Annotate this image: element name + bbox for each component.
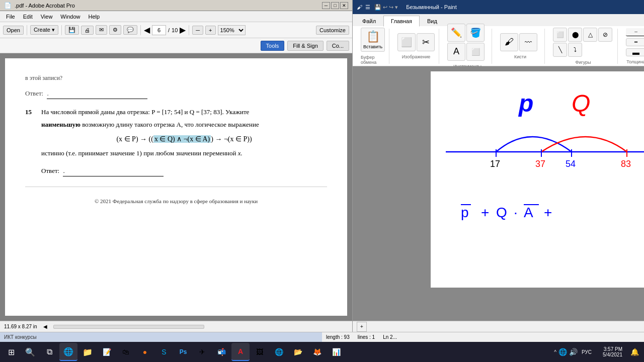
paint-canvas[interactable]: p Q 17: [431, 71, 645, 288]
pdf-comment-button[interactable]: 💬: [123, 25, 137, 35]
pdf-zoom-out-button[interactable]: ─: [192, 26, 203, 35]
image-crop-button[interactable]: ✂: [417, 33, 435, 51]
pdf-menu-window[interactable]: Window: [56, 13, 84, 21]
image-icon: ⬜: [401, 37, 412, 48]
taskbar-skype[interactable]: S: [155, 343, 173, 361]
pdf-print-button[interactable]: 🖨: [81, 26, 94, 35]
shape-1-button[interactable]: ⬜: [553, 28, 567, 42]
taskbar-stock[interactable]: 📊: [327, 343, 345, 361]
taskbar-store[interactable]: 🛍: [117, 343, 135, 361]
brush-2-button[interactable]: 〰: [519, 33, 537, 51]
taskbar-explorer[interactable]: 📁: [78, 343, 97, 361]
tab-file[interactable]: Файл: [355, 16, 383, 26]
tray-volume[interactable]: 🔊: [569, 348, 578, 356]
formula-prefix: (x ∈ P) → ((: [116, 135, 153, 143]
eraser-button[interactable]: ⬜: [466, 43, 485, 61]
pdf-close-button[interactable]: ✕: [340, 2, 348, 9]
brush-1-button[interactable]: 🖌: [500, 33, 518, 51]
pdf-save-button[interactable]: 💾: [65, 25, 79, 35]
svg-text:83: 83: [621, 159, 631, 169]
question-p1: На числовой прямой даны два отрезка: P =…: [41, 107, 327, 117]
pdf-tools-button[interactable]: Tools: [261, 41, 285, 51]
pdf-fill-sign-button[interactable]: Fill & Sign: [287, 41, 324, 51]
explorer-icon: 📁: [83, 347, 93, 357]
toolbar-sep-3: [140, 25, 141, 35]
shape-6-button[interactable]: ⤵: [568, 43, 582, 57]
thickness-2-button[interactable]: ━: [626, 38, 644, 46]
toolbar-sep-4: [189, 25, 189, 35]
shape-4-button[interactable]: ⊘: [598, 28, 612, 42]
task-view-button[interactable]: ⧉: [40, 343, 58, 361]
taskbar-acrobat[interactable]: A: [231, 343, 250, 361]
shape-2-button[interactable]: ⬤: [568, 28, 582, 42]
files-icon: 📂: [294, 348, 302, 356]
notifications-button[interactable]: 🔔: [627, 348, 642, 356]
start-icon: ⊞: [8, 347, 15, 357]
pdf-customize-button[interactable]: Customize: [316, 26, 349, 35]
svg-text:+: +: [481, 205, 489, 220]
paint-title: Безымянный - Paint: [406, 4, 644, 10]
clipboard-paste-button[interactable]: 📋 Вставить: [361, 28, 385, 52]
chrome-icon: 🌐: [275, 348, 283, 356]
answer-line-2: Ответ: .: [41, 166, 327, 176]
taskbar-clock[interactable]: 3:57 PM 5/4/2021: [599, 346, 626, 357]
image-select-button[interactable]: ⬜: [397, 33, 416, 51]
pdf-nav-toolbar: Tools Fill & Sign Co...: [0, 38, 352, 53]
taskbar-mail[interactable]: ●: [136, 343, 154, 361]
taskbar-telegram[interactable]: ✈: [193, 343, 211, 361]
paint-canvas-area[interactable]: p Q 17: [353, 66, 644, 321]
question-15: 15 На числовой прямой даны два отрезка: …: [25, 107, 327, 176]
pdf-menu-file[interactable]: File: [2, 13, 19, 21]
paint-plus-zoom-canvas[interactable]: +: [357, 322, 367, 332]
text-button[interactable]: A: [447, 43, 465, 61]
question-header: 15 На числовой прямой даны два отрезка: …: [25, 107, 327, 176]
taskbar-photoshop[interactable]: Ps: [174, 343, 192, 361]
tray-lang[interactable]: РУС: [580, 349, 594, 355]
pdf-menu-edit[interactable]: Edit: [19, 13, 37, 21]
formula-highlight: x ∈ Q) ∧ ¬(x ∈ A): [153, 135, 211, 143]
pdf-zoom-in-button[interactable]: +: [205, 26, 215, 35]
taskbar-notepad[interactable]: 📝: [98, 343, 116, 361]
pdf-page-input[interactable]: [152, 25, 166, 35]
pdf-zoom-select[interactable]: 150% 100% 125% 200%: [218, 25, 246, 35]
taskbar-browser2[interactable]: 🦊: [308, 343, 326, 361]
pdf-open-button[interactable]: Open: [3, 26, 24, 35]
pdf-menu-help[interactable]: Help: [84, 13, 104, 21]
tab-view[interactable]: Вид: [420, 16, 445, 26]
search-button[interactable]: 🔍: [21, 343, 39, 361]
pdf-minimize-button[interactable]: ─: [322, 2, 330, 9]
pencil-button[interactable]: ✏️: [447, 24, 465, 42]
pdf-maximize-button[interactable]: □: [331, 2, 339, 9]
fill-button[interactable]: 🪣: [466, 24, 485, 42]
pdf-menu-view[interactable]: View: [37, 13, 57, 21]
pdf-settings-button[interactable]: ⚙: [109, 25, 121, 35]
pdf-email-button[interactable]: ✉: [96, 25, 107, 35]
tray-show-hidden[interactable]: ^: [554, 349, 556, 355]
pdf-nav-next[interactable]: ▶: [180, 25, 186, 35]
thickness-3-button[interactable]: ▬: [626, 48, 644, 56]
ribbon-group-brushes: 🖌 〰 Кисти: [496, 29, 545, 64]
question-p3: истинно (т.е. принимает значение 1) при …: [41, 148, 327, 158]
clock-date: 5/4/2021: [603, 352, 622, 357]
taskbar-edge[interactable]: 🌐: [59, 343, 77, 361]
mail-icon: ●: [143, 348, 147, 356]
start-button[interactable]: ⊞: [2, 343, 20, 361]
thickness-1-button[interactable]: ─: [626, 28, 644, 36]
shape-3-button[interactable]: △: [583, 28, 597, 42]
taskbar-files[interactable]: 📂: [289, 343, 307, 361]
tray-network[interactable]: 🌐: [558, 348, 567, 356]
tab-home[interactable]: Главная: [383, 16, 420, 27]
shape-5-button[interactable]: ╲: [553, 43, 567, 57]
pdf-scrollbar[interactable]: [53, 325, 204, 329]
taskbar-mail2[interactable]: 📬: [212, 343, 230, 361]
browser2-icon: 🦊: [313, 348, 321, 356]
taskbar-chrome[interactable]: 🌐: [270, 343, 288, 361]
pdf-scroll-arrow[interactable]: ◀: [43, 324, 47, 329]
windows-area: 📄 .pdf - Adobe Acrobat Pro ─ □ ✕ File Ed…: [0, 0, 644, 332]
pdf-titlebar: 📄 .pdf - Adobe Acrobat Pro ─ □ ✕: [0, 0, 352, 11]
pdf-toolbar: Open Create ▾ 💾 🖨 ✉ ⚙ 💬 ◀ / 10 ▶ ─ +: [0, 22, 352, 38]
pdf-nav-prev[interactable]: ◀: [144, 25, 150, 35]
pdf-create-button[interactable]: Create ▾: [30, 25, 58, 35]
taskbar-unknown1[interactable]: 🖼: [251, 343, 269, 361]
pdf-comment-nav-button[interactable]: Co...: [327, 41, 349, 51]
